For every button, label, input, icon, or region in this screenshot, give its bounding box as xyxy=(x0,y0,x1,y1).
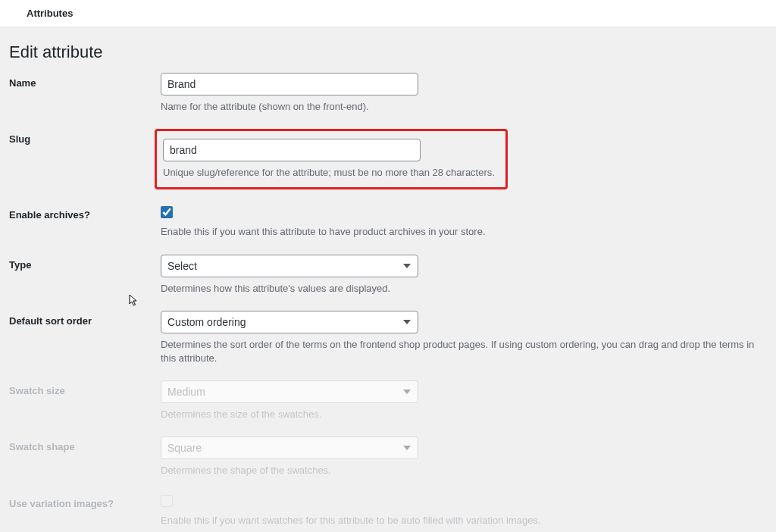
sort-help: Determines the sort order of the terms o… xyxy=(161,338,761,365)
swatch-shape-select: Square xyxy=(161,437,418,459)
slug-help: Unique slug/reference for the attribute;… xyxy=(163,166,495,180)
swatch-shape-help: Determines the shape of the swatches. xyxy=(161,464,761,477)
type-select[interactable]: Select xyxy=(161,255,418,277)
swatch-size-select-wrap: Medium xyxy=(161,380,418,403)
type-select-wrap: Select xyxy=(161,255,418,277)
archives-help: Enable this if you want this attribute t… xyxy=(161,225,761,239)
swatch-shape-field: Square Determines the shape of the swatc… xyxy=(161,437,761,477)
sort-select-wrap: Custom ordering xyxy=(161,311,418,333)
name-field: Name for the attribute (shown on the fro… xyxy=(161,73,761,114)
swatch-size-select: Medium xyxy=(161,380,418,403)
archives-field: Enable this if you want this attribute t… xyxy=(161,205,761,239)
swatch-size-row: Swatch size Medium Determines the size o… xyxy=(9,380,761,421)
sort-row: Default sort order Custom ordering Deter… xyxy=(9,311,761,365)
main-content: Edit attribute Name Name for the attribu… xyxy=(0,27,776,532)
sort-label: Default sort order xyxy=(9,311,161,327)
type-field: Select Determines how this attribute's v… xyxy=(161,255,761,296)
page-title: Edit attribute xyxy=(9,42,761,62)
slug-highlight: Unique slug/reference for the attribute;… xyxy=(155,129,508,189)
swatch-shape-row: Swatch shape Square Determines the shape… xyxy=(9,437,761,477)
name-input[interactable] xyxy=(161,73,418,95)
variation-images-label: Use variation images? xyxy=(9,493,161,509)
top-bar-title: Attributes xyxy=(15,8,73,19)
archives-checkbox[interactable] xyxy=(161,206,173,218)
top-bar: Attributes xyxy=(0,0,776,27)
variation-images-help: Enable this if you want swatches for thi… xyxy=(161,514,761,527)
name-row: Name Name for the attribute (shown on th… xyxy=(9,73,761,114)
variation-images-row: Use variation images? Enable this if you… xyxy=(9,493,761,527)
swatch-size-help: Determines the size of the swatches. xyxy=(161,408,761,421)
name-label: Name xyxy=(9,73,161,89)
type-row: Type Select Determines how this attribut… xyxy=(9,255,761,296)
slug-label: Slug xyxy=(9,129,161,145)
archives-label: Enable archives? xyxy=(9,205,161,221)
type-help: Determines how this attribute's values a… xyxy=(161,282,761,296)
swatch-size-field: Medium Determines the size of the swatch… xyxy=(161,380,761,421)
archives-row: Enable archives? Enable this if you want… xyxy=(9,205,761,239)
variation-images-field: Enable this if you want swatches for thi… xyxy=(161,493,761,527)
sort-select[interactable]: Custom ordering xyxy=(161,311,418,333)
slug-input[interactable] xyxy=(163,139,421,161)
swatch-shape-label: Swatch shape xyxy=(9,437,161,452)
sort-field: Custom ordering Determines the sort orde… xyxy=(161,311,761,365)
type-label: Type xyxy=(9,255,161,271)
variation-images-checkbox xyxy=(161,495,173,507)
name-help: Name for the attribute (shown on the fro… xyxy=(161,100,761,114)
slug-field: Unique slug/reference for the attribute;… xyxy=(161,129,761,189)
swatch-shape-select-wrap: Square xyxy=(161,437,418,459)
swatch-size-label: Swatch size xyxy=(9,380,161,396)
slug-row: Slug Unique slug/reference for the attri… xyxy=(9,129,761,189)
attribute-form: Name Name for the attribute (shown on th… xyxy=(9,73,761,527)
